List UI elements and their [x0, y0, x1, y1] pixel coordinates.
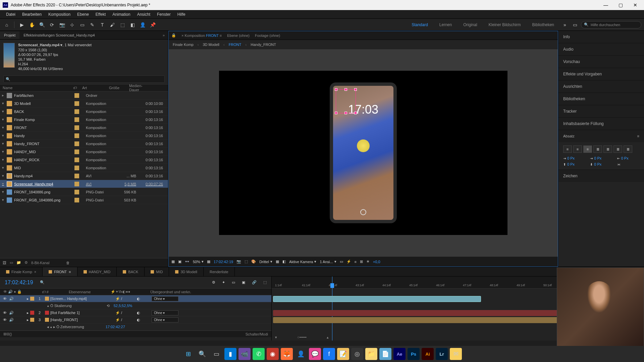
justify-right-button[interactable]: ≣: [613, 145, 622, 153]
facebook-icon[interactable]: f: [323, 348, 335, 360]
project-item[interactable]: ▾BACKKomposition0:00:13:16: [0, 108, 168, 116]
indent-right[interactable]: ⇤ 0 Px: [617, 156, 639, 160]
layer-prop-zeitverzerrung[interactable]: ◂ ⬥ ▸ Ö Zeitverzerrung 17:02:42:27: [0, 323, 271, 330]
project-item-list[interactable]: ▸FarbflächenOrdner▾3D ModellKomposition0…: [0, 92, 168, 258]
pixel-aspect-icon[interactable]: ▭: [340, 259, 343, 264]
project-item[interactable]: ▾HandyKomposition0:00:13:16: [0, 132, 168, 140]
workspace-bibliotheken[interactable]: Bibliotheken: [528, 21, 559, 28]
timeline-layer[interactable]: 👁🔊▸2[Rot Farbfläche 1]⚡ /◐Ohne ▾: [0, 309, 271, 316]
alpha-icon[interactable]: ▦: [171, 259, 175, 264]
pen-tool-icon[interactable]: ✎: [88, 21, 96, 29]
tl-tool-icon[interactable]: ⬚: [263, 280, 267, 285]
tl-tool-icon[interactable]: ▣: [242, 280, 245, 285]
playhead[interactable]: [332, 277, 332, 341]
roto-tool-icon[interactable]: 👤: [139, 21, 147, 29]
panel-overflow-icon[interactable]: »: [159, 33, 168, 37]
zoom-slider[interactable]: ○━━━: [297, 335, 307, 340]
project-item[interactable]: ▾FRONT_1840886.pngPNG-Datei596 KB: [0, 188, 168, 196]
app-icon[interactable]: ◉: [267, 348, 279, 360]
new-comp-icon[interactable]: ▭: [10, 260, 13, 265]
grid-icon[interactable]: ▦: [207, 259, 210, 264]
tl-tool-icon[interactable]: ✦: [222, 280, 225, 285]
project-item[interactable]: ▾FRONTKomposition0:00:13:16: [0, 124, 168, 132]
shape-tool-icon[interactable]: ▭: [78, 21, 86, 29]
color-icon[interactable]: 🎨: [251, 259, 256, 264]
mask-icon[interactable]: 👓: [185, 259, 190, 264]
selection-tool-icon[interactable]: ▶: [18, 21, 26, 29]
viewer-tab-ebene[interactable]: Ebene (ohne): [227, 34, 250, 38]
camera-tool-icon[interactable]: 📷: [58, 21, 66, 29]
whatsapp-icon[interactable]: ✆: [253, 348, 265, 360]
zoom-tool-icon[interactable]: 🔍: [38, 21, 46, 29]
hyphenate[interactable]: ⫘: [617, 162, 639, 166]
lock-icon[interactable]: 🔒: [171, 33, 176, 38]
anchor-tool-icon[interactable]: ⊹: [68, 21, 76, 29]
indent-left[interactable]: ⇥ 0 Px: [563, 156, 585, 160]
new-folder-icon[interactable]: 📁: [16, 260, 21, 265]
tl-switch-icon[interactable]: ⊞: [3, 332, 6, 336]
timeline-layer[interactable]: 👁🔊▸3[Handy_FRONT]⚡ /◐Ohne ▾: [0, 316, 271, 323]
reset-exposure-icon[interactable]: ☀: [366, 259, 370, 264]
layer-prop-skalierung[interactable]: ⬥ Ö Skalierung ⟲ 52,5;52,5%: [0, 302, 271, 309]
home-icon[interactable]: ⌂: [3, 21, 11, 29]
menu-effekt[interactable]: Effekt: [92, 11, 109, 18]
photoshop-icon[interactable]: Ps: [408, 348, 420, 360]
tl-tab-front[interactable]: FRONT ≡: [43, 267, 77, 276]
tl-tab-back[interactable]: BACK: [117, 267, 145, 276]
menu-hilfe[interactable]: Hilfe: [174, 11, 189, 18]
project-item[interactable]: ▾HANDY_RÜCKKomposition0:00:13:16: [0, 156, 168, 164]
project-item[interactable]: ▾HANDY_MIDKomposition0:00:13:16: [0, 148, 168, 156]
explorer-icon[interactable]: 📁: [365, 348, 377, 360]
app-icon[interactable]: ▮: [224, 348, 236, 360]
tl-tab-mid[interactable]: MID: [145, 267, 169, 276]
timeline-layer[interactable]: 👁🔊▸1[Screen... Handy.mp4]⚡ /◐Ohne ▾: [0, 295, 271, 302]
tl-tab-handymid[interactable]: HANDY_MID: [77, 267, 117, 276]
align-left-button[interactable]: ≡: [563, 145, 572, 153]
app-icon[interactable]: 📝: [337, 348, 349, 360]
workspace-kleiner[interactable]: Kleiner Bildschirm: [484, 21, 526, 28]
justify-center-button[interactable]: ≣: [603, 145, 612, 153]
zoom-in-icon[interactable]: ▴: [327, 335, 329, 340]
align-center-button[interactable]: ≡: [573, 145, 582, 153]
space-after[interactable]: ⬇ 0 Px: [590, 162, 612, 166]
text-tool-icon[interactable]: T: [98, 21, 106, 29]
rotate-tool-icon[interactable]: ⟳: [48, 21, 56, 29]
project-item[interactable]: ▾Screencast_Handy.mp4AVI5,8 MB0:00:07:26: [0, 180, 168, 188]
crumb-finale[interactable]: Finale Komp: [173, 43, 194, 47]
project-item[interactable]: ▾Handy_FRONTKomposition0:00:13:16: [0, 140, 168, 148]
workspace-overflow-icon[interactable]: »: [561, 21, 569, 29]
app-icon[interactable]: 👤: [295, 348, 307, 360]
menu-animation[interactable]: Animation: [109, 11, 133, 18]
tab-effekteinstellungen[interactable]: Effekteinstellungen Screencast_Handy.mp4: [19, 32, 99, 39]
timeline-search-icon[interactable]: 🔍: [40, 280, 45, 285]
settings-icon[interactable]: ⚙: [24, 260, 28, 265]
align-right-button[interactable]: ≡: [583, 145, 592, 153]
tl-tab-renderliste[interactable]: Renderliste: [204, 267, 235, 276]
panel-vorschau[interactable]: Vorschau: [558, 56, 644, 68]
tl-tool-icon[interactable]: 🔗: [252, 280, 257, 285]
crumb-front[interactable]: FRONT: [229, 43, 241, 47]
panel-fuellung[interactable]: Inhaltsbasierte Füllung: [558, 118, 644, 130]
tl-switch-icon[interactable]: {}: [9, 332, 12, 336]
viewer-timecode[interactable]: 17:02:42:19: [214, 260, 233, 264]
messenger-icon[interactable]: 💬: [309, 348, 321, 360]
3d-icon[interactable]: ◧: [282, 259, 286, 264]
trash-icon[interactable]: 🗑: [66, 261, 70, 265]
project-search-input[interactable]: 🔍: [3, 75, 165, 83]
help-search-input[interactable]: 🔍 Hilfe durchsuchen: [581, 21, 641, 28]
lightroom-icon[interactable]: Lr: [436, 348, 448, 360]
channel-icon[interactable]: ▣: [178, 259, 181, 264]
clone-tool-icon[interactable]: ⬚: [118, 21, 126, 29]
tl-tab-finale[interactable]: Finale Komp ×: [0, 267, 43, 276]
panel-info[interactable]: Info: [558, 31, 644, 43]
justify-left-button[interactable]: ≣: [593, 145, 602, 153]
panel-ausrichten[interactable]: Ausrichten: [558, 80, 644, 93]
timeline-timecode[interactable]: 17:02:42:19: [5, 280, 33, 286]
illustrator-icon[interactable]: Ai: [422, 348, 434, 360]
app-icon[interactable]: 📹: [238, 348, 251, 360]
resolution-dropdown[interactable]: Drittel ▾: [259, 259, 272, 264]
layer-bar-1[interactable]: [273, 296, 481, 302]
menu-fenster[interactable]: Fenster: [154, 11, 174, 18]
menu-ansicht[interactable]: Ansicht: [134, 11, 154, 18]
workspace-standard[interactable]: Standard: [407, 21, 433, 28]
